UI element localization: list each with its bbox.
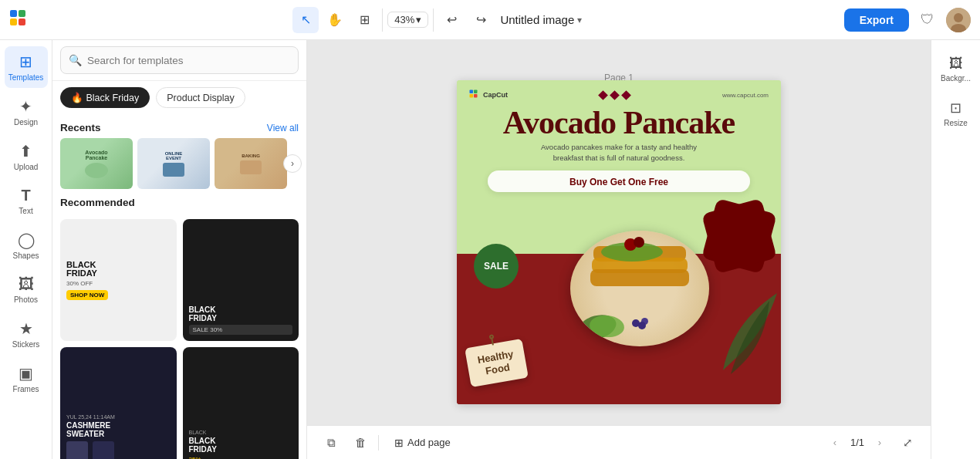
sidebar-item-frames[interactable]: ▣ Frames bbox=[5, 358, 48, 400]
add-icon: ⊞ bbox=[394, 437, 404, 449]
frames-icon: ▣ bbox=[19, 364, 33, 383]
ribbon-text: Buy One Get One Free bbox=[569, 177, 668, 187]
prev-page-button[interactable]: ‹ bbox=[824, 432, 846, 454]
sidebar-item-templates[interactable]: ⊞ Templates bbox=[5, 46, 48, 88]
icon-sidebar: ⊞ Templates ✦ Design ⬆ Upload T Text ◯ S… bbox=[0, 40, 52, 459]
card-discount: 25% bbox=[189, 456, 293, 459]
recents-header: Recents View all bbox=[60, 114, 299, 138]
canvas-scroll[interactable]: Page 1 bbox=[307, 40, 931, 425]
chip-product-display[interactable]: Product Display bbox=[156, 87, 245, 108]
svg-rect-0 bbox=[10, 10, 17, 17]
design-title: Avocado Pancake bbox=[465, 106, 773, 139]
zoom-control[interactable]: 43% ▾ bbox=[387, 12, 428, 28]
design-icon: ✦ bbox=[19, 97, 32, 116]
template-card-4[interactable]: BLACK BLACKFRIDAY 25% bbox=[183, 347, 299, 459]
svg-rect-2 bbox=[10, 19, 17, 25]
page-nav: ‹ 1/1 › bbox=[824, 432, 890, 454]
card-badge: SALE 30% bbox=[189, 325, 293, 335]
recent-thumb-2[interactable]: ONLINEEVENT bbox=[137, 138, 210, 189]
star-deco-3 bbox=[622, 90, 632, 100]
sidebar-item-photos[interactable]: 🖼 Photos bbox=[5, 269, 48, 310]
svg-rect-7 bbox=[470, 90, 474, 94]
upload-icon: ⬆ bbox=[19, 142, 32, 160]
recents-row: AvocadoPancake ONLINEEVENT BAKING bbox=[60, 138, 299, 189]
add-page-button[interactable]: ⊞ Add page bbox=[385, 433, 460, 453]
undo-button[interactable]: ↩ bbox=[438, 7, 465, 33]
sidebar-item-text[interactable]: T Text bbox=[5, 181, 48, 221]
card-imgs bbox=[66, 441, 171, 459]
sidebar-item-design[interactable]: ✦ Design bbox=[5, 91, 48, 133]
sidebar-item-label: Photos bbox=[14, 295, 38, 304]
sidebar-item-label: Upload bbox=[14, 163, 39, 171]
tag-text: Healthy Food bbox=[477, 348, 517, 378]
card-title: BLACKFRIDAY bbox=[189, 437, 293, 454]
recent-thumb-3[interactable]: BAKING bbox=[215, 138, 287, 189]
star-deco-2 bbox=[610, 90, 620, 100]
star-deco-1 bbox=[599, 90, 609, 100]
sidebar-item-label: Templates bbox=[8, 73, 44, 82]
export-button[interactable]: Export bbox=[844, 8, 909, 32]
right-panel-resize[interactable]: ⊡ Resize bbox=[935, 93, 977, 133]
page-indicator: 1/1 bbox=[850, 437, 864, 448]
resize-label: Resize bbox=[944, 119, 968, 127]
svg-rect-10 bbox=[474, 94, 478, 98]
sale-badge: SALE bbox=[474, 244, 519, 289]
zoom-value: 43% bbox=[394, 14, 414, 25]
sidebar-item-stickers[interactable]: ★ Stickers bbox=[5, 313, 48, 355]
recent-thumb-1[interactable]: AvocadoPancake bbox=[60, 138, 133, 189]
sidebar-item-shapes[interactable]: ◯ Shapes bbox=[5, 224, 48, 266]
chip-label: Product Display bbox=[167, 93, 235, 103]
app-logo[interactable] bbox=[9, 9, 31, 31]
search-input[interactable] bbox=[87, 55, 290, 66]
view-all-link[interactable]: View all bbox=[267, 123, 299, 133]
template-card-1[interactable]: BLACKFRIDAY 30% OFF SHOP NOW bbox=[60, 219, 177, 341]
svg-rect-3 bbox=[19, 19, 25, 25]
background-icon: 🖼 bbox=[949, 56, 963, 72]
svg-point-5 bbox=[954, 13, 963, 22]
duplicate-page-button[interactable]: ⧉ bbox=[319, 431, 343, 454]
expand-button[interactable]: ⤢ bbox=[897, 432, 918, 454]
card-label-top: BLACK bbox=[189, 430, 293, 435]
right-panel-background[interactable]: 🖼 Backgr... bbox=[935, 49, 977, 89]
sidebar-item-label: Stickers bbox=[12, 340, 40, 349]
recommended-header: Recommended bbox=[60, 189, 299, 213]
topbar-center: ↖ ✋ ⊞ 43% ▾ ↩ ↪ Untitled image ▾ bbox=[39, 7, 836, 33]
delete-page-button[interactable]: 🗑 bbox=[349, 431, 372, 454]
food-image bbox=[570, 231, 732, 362]
recents-title: Recents bbox=[60, 122, 101, 133]
svg-rect-8 bbox=[474, 90, 478, 94]
design-subtitle: Avocado pancakes make for a tasty and he… bbox=[465, 142, 773, 164]
recommended-title: Recommended bbox=[60, 197, 135, 208]
search-bar[interactable]: 🔍 bbox=[60, 46, 299, 74]
background-label: Backgr... bbox=[941, 74, 971, 83]
select-tool[interactable]: ↖ bbox=[292, 7, 319, 33]
resize-icon: ⊡ bbox=[950, 100, 961, 116]
svg-rect-9 bbox=[470, 94, 474, 98]
document-title: Untitled image bbox=[500, 13, 574, 26]
canvas-frame[interactable]: CapCut www.capcut.com Avocado Pancak bbox=[457, 80, 781, 404]
layout-tool[interactable]: ⊞ bbox=[351, 7, 377, 33]
main-layout: ⊞ Templates ✦ Design ⬆ Upload T Text ◯ S… bbox=[0, 40, 980, 459]
shield-icon[interactable]: 🛡 bbox=[915, 8, 940, 32]
design-title-area: Avocado Pancake Avocado pancakes make fo… bbox=[457, 103, 781, 164]
template-card-3[interactable]: YUL 25,24 11:14AM CASHMERESWEATER bbox=[60, 347, 177, 459]
shapes-icon: ◯ bbox=[18, 231, 35, 249]
template-card-2[interactable]: BLACKFRIDAY SALE 30% bbox=[183, 219, 299, 341]
panel-scroll[interactable]: Recents View all AvocadoPancake ONLINEEV… bbox=[52, 114, 306, 459]
svg-rect-1 bbox=[19, 10, 25, 17]
sidebar-item-label: Design bbox=[14, 118, 38, 127]
next-page-button[interactable]: › bbox=[869, 432, 890, 454]
templates-panel: 🔍 🔥 Black Friday Product Display Recents… bbox=[52, 40, 307, 459]
redo-button[interactable]: ↪ bbox=[468, 7, 494, 33]
text-icon: T bbox=[21, 187, 30, 204]
zoom-chevron-icon: ▾ bbox=[416, 14, 421, 25]
chip-black-friday[interactable]: 🔥 Black Friday bbox=[60, 87, 150, 108]
recents-next-button[interactable]: › bbox=[283, 154, 302, 173]
title-chevron-icon[interactable]: ▾ bbox=[577, 15, 582, 25]
sidebar-item-label: Frames bbox=[13, 385, 39, 393]
hand-tool[interactable]: ✋ bbox=[322, 7, 348, 33]
user-avatar[interactable] bbox=[946, 8, 971, 32]
canvas-area: Page 1 bbox=[307, 40, 931, 459]
sidebar-item-upload[interactable]: ⬆ Upload bbox=[5, 136, 48, 177]
sidebar-item-label: Text bbox=[19, 207, 32, 215]
